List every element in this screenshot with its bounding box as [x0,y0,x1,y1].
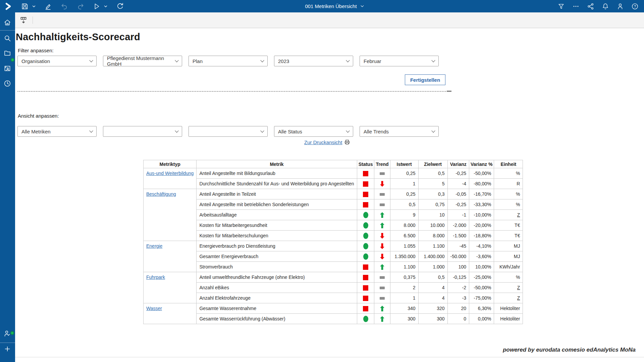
cell-status [357,199,374,210]
cell-zielwert: 10 [418,210,447,220]
cell-trend [374,220,390,231]
add-plus-icon[interactable] [3,345,11,353]
dropdown-metrics-filter[interactable]: Alle Metriken [17,126,97,137]
dropdown-organisation[interactable]: Organisation [17,56,97,66]
cell-metric: Gesamter Energieverbrauch [197,251,357,262]
cell-zielwert: 0,5 [418,168,447,179]
column-header: Zielwert [418,160,447,168]
cell-trend [374,189,390,199]
powered-by-note: powered by eurodata comesio edAnalytics … [503,347,636,353]
run-chevron-down-icon[interactable] [103,4,108,9]
notifications-bell-icon[interactable] [602,3,609,10]
metric-type-link[interactable]: Wasser [146,306,162,311]
column-header: Varianz % [469,160,494,168]
view-section-label: Ansicht anpassen: [18,113,59,119]
cell-varianz: -0,25 [447,199,469,210]
cell-trend [374,283,390,293]
refresh-icon[interactable] [116,2,124,10]
cell-einheit: % [494,189,523,199]
print-view-link[interactable]: Zur Druckansicht [304,139,342,145]
dropdown-empty-1[interactable] [103,126,182,137]
metric-type-link[interactable]: Fuhrpark [146,275,165,280]
dropdown-trends-filter[interactable]: Alle Trends [360,126,439,137]
dashboard-canvas: Nachhaltigkeits-Scorecard Filter anpasse… [15,28,644,362]
cell-varianz-pct: -20,00% [469,220,494,231]
cell-status [357,179,374,189]
cell-metric-type: Wasser [144,303,197,324]
report-title-menu[interactable]: 001 Metriken Übersicht [305,3,364,9]
cell-metric-type: Aus-und Weiterbildung [144,168,197,189]
cell-varianz-pct: -80,00% [469,179,494,189]
cell-zielwert: 0,3 [418,189,447,199]
dropdown-value: Alle Status [278,129,302,134]
cell-varianz-pct: -10,00% [469,210,494,220]
dropdown-status-filter[interactable]: Alle Status [274,126,353,137]
filter-funnel-icon[interactable] [557,3,565,10]
save-icon[interactable] [21,2,29,10]
cell-einheit: Hektoliter [494,314,523,324]
sidebar-divider [0,30,15,31]
trend-up-icon [380,316,384,322]
status-green-icon [363,233,368,239]
page-tab-strip [15,12,644,28]
header-row: MetriktypMetrikStatusTrendIstwertZielwer… [144,160,523,168]
share-icon[interactable] [587,3,594,10]
metric-type-link[interactable]: Aus-und Weiterbildung [146,171,194,176]
edit-pencil-icon[interactable] [44,2,52,10]
table-download-icon[interactable] [19,16,28,24]
run-play-icon[interactable] [93,2,101,10]
recent-clock-icon[interactable] [3,79,11,87]
cell-status [357,220,374,231]
print-view-link-group: Zur Druckansicht [304,139,351,145]
overflow-menu-icon[interactable] [572,3,580,10]
table-row: Stromverbrauch1.1001.00010010,00%KWh/Jah… [144,262,523,272]
undo-icon[interactable] [60,2,68,10]
cell-varianz-pct: -50,00% [469,283,494,293]
search-icon[interactable] [3,34,11,42]
dropdown-month[interactable]: Februar [360,56,439,66]
user-icon[interactable] [616,3,624,10]
dropdown-empty-2[interactable] [189,126,268,137]
cell-metric: Arbeitsausfalltage [197,210,357,220]
dropdown-value: Alle Trends [364,129,389,134]
chevron-down-icon [431,58,435,62]
metric-type-link[interactable]: Energie [146,243,162,249]
save-chevron-down-icon[interactable] [32,4,36,9]
help-icon[interactable]: ? [631,3,639,10]
dropdown-year[interactable]: 2023 [274,56,353,66]
content-folder-icon[interactable] [3,49,11,57]
home-icon[interactable] [3,18,11,26]
scorecard-table-container: MetriktypMetrikStatusTrendIstwertZielwer… [143,160,523,324]
report-title: 001 Metriken Übersicht [305,3,357,9]
cell-zielwert: 4 [418,283,447,293]
cell-zielwert: 0,75 [418,199,447,210]
cell-einheit: % [494,168,523,179]
finish-button[interactable]: Fertigstellen [405,74,445,85]
team-content-icon[interactable] [3,64,11,72]
cell-metric-type: Beschäftigung [144,189,197,241]
dashed-divider [17,91,446,92]
column-header: Varianz [447,160,469,168]
cell-varianz: -4 [447,179,469,189]
cell-varianz-pct: -75,00% [469,293,494,303]
cell-istwert: 8.000 [390,220,418,231]
table-row: FuhrparkAnteil umweltfreundliche Fahrzeu… [144,272,523,283]
status-green-icon [363,316,368,322]
cell-trend [374,231,390,241]
cell-varianz: 100 [447,262,469,272]
cell-istwert: 300 [390,314,418,324]
cell-varianz-pct: 10,00% [469,262,494,272]
dropdown-plan[interactable]: Plan [189,56,268,66]
cell-varianz: 0 [447,314,469,324]
dashed-divider-end [447,91,451,92]
cell-varianz: -1 [447,210,469,220]
cell-istwert: 6.500 [390,231,418,241]
metric-type-link[interactable]: Beschäftigung [146,191,176,197]
dropdown-company[interactable]: Pflegedienst Mustermann GmbH [103,56,182,66]
cell-varianz-pct: -4,10% [469,241,494,251]
trend-up-icon [380,223,384,228]
trend-flat-icon [380,287,385,289]
table-row: Anteil Angestellte mit betrieblichen Son… [144,199,523,210]
redo-icon[interactable] [76,2,85,10]
chevron-down-icon [431,129,435,132]
